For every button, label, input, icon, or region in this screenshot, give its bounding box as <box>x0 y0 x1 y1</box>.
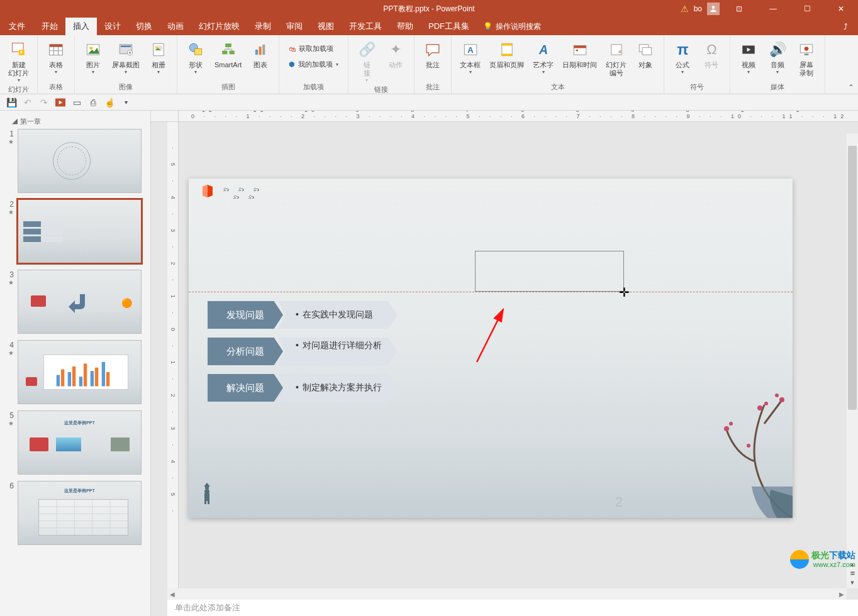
svg-point-81 <box>779 397 784 402</box>
start-from-beginning-button[interactable] <box>53 96 68 109</box>
slide-thumbnail-1[interactable]: 1★ <box>5 129 150 193</box>
slide-thumbnail-panel[interactable]: ◢ 第一章 1★ 2★ 3★ <box>0 111 151 616</box>
textbox-button[interactable]: A 文本框 ▾ <box>457 38 484 77</box>
bullet-icon: • <box>296 309 299 319</box>
chevron-down-icon: ▾ <box>542 69 545 75</box>
ruler-corner <box>151 111 179 122</box>
header-footer-button[interactable]: 页眉和页脚 <box>486 38 527 71</box>
notes-placeholder[interactable]: 单击此处添加备注 <box>167 600 858 616</box>
tab-record[interactable]: 录制 <box>247 18 279 35</box>
birds-decoration: 𐦐 𐦐 𐦐 𐦐 𐦐 <box>223 185 263 200</box>
ribbon-display-options-button[interactable]: ⊡ <box>725 0 754 18</box>
chevron-down-icon: ▾ <box>681 69 684 75</box>
smartart-step-2[interactable]: 分析问题 <box>208 338 283 365</box>
svg-rect-31 <box>263 45 265 55</box>
smartart-desc-3[interactable]: • 制定解决方案并执行 <box>296 382 382 393</box>
collapse-ribbon-button[interactable]: ⌃ <box>848 83 854 92</box>
share-button[interactable]: ⤴ <box>833 18 858 35</box>
svg-rect-57 <box>84 364 87 387</box>
new-slide-button[interactable]: ✦ 新建 幻灯片 ▾ <box>5 38 32 85</box>
qat-customize-button[interactable]: ▾ <box>118 96 133 109</box>
minimize-button[interactable]: — <box>759 0 788 18</box>
tab-design[interactable]: 设计 <box>97 18 128 35</box>
svg-rect-21 <box>194 48 201 55</box>
tab-file[interactable]: 文件 <box>0 18 34 35</box>
save-button[interactable]: 💾 <box>4 96 19 109</box>
svg-marker-72 <box>204 483 210 489</box>
comment-button[interactable]: 批注 <box>420 38 446 71</box>
link-icon: 🔗 <box>357 40 377 60</box>
table-button[interactable]: 表格 ▾ <box>43 38 69 77</box>
close-button[interactable]: ✕ <box>827 0 855 18</box>
smartart-button[interactable]: SmartArt <box>211 38 245 71</box>
maximize-button[interactable]: ☐ <box>793 0 822 18</box>
tell-me-search[interactable]: 💡 操作说明搜索 <box>477 18 547 35</box>
tab-review[interactable]: 审阅 <box>279 18 310 35</box>
chevron-down-icon: ▾ <box>55 69 57 75</box>
shapes-button[interactable]: 形状 ▾ <box>182 38 209 77</box>
slide-thumbnail-2[interactable]: 2★ <box>5 199 150 263</box>
horizontal-scrollbar[interactable]: ◀ ▶ <box>167 588 847 600</box>
group-label-text: 文本 <box>457 82 659 94</box>
vertical-ruler[interactable]: · 5 · 4 · 3 · 2 · 1 · 0 · 1 · 2 · 3 · 4 … <box>167 122 179 588</box>
tab-pdf-tools[interactable]: PDF工具集 <box>421 18 477 35</box>
photo-album-button[interactable]: 相册 ▾ <box>145 38 172 77</box>
section-header[interactable]: ◢ 第一章 <box>5 114 150 129</box>
scroll-right-button[interactable]: ▶ <box>837 591 847 598</box>
user-avatar-icon[interactable] <box>707 3 720 15</box>
slide-number-icon: # <box>606 40 627 60</box>
get-addins-button[interactable]: 🛍 获取加载项 <box>284 41 343 56</box>
slide-thumbnail-3[interactable]: 3★ 🟠 <box>5 270 150 334</box>
slide-thumbnail-4[interactable]: 4★ <box>5 340 150 404</box>
smartart-step-1[interactable]: 发现问题 <box>208 301 283 329</box>
tab-help[interactable]: 帮助 <box>389 18 421 35</box>
my-addins-button[interactable]: ⬢ 我的加载项 ▾ <box>284 57 343 72</box>
office-logo-icon <box>200 184 215 202</box>
picture-button[interactable]: 图片 ▾ <box>80 38 106 77</box>
tab-insert[interactable]: 插入 <box>65 18 97 35</box>
redo-button[interactable]: ↷ <box>36 96 52 109</box>
drawing-rectangle[interactable] <box>475 251 624 292</box>
scrollbar-thumb[interactable] <box>848 146 857 410</box>
scroll-left-button[interactable]: ◀ <box>167 591 177 598</box>
undo-button[interactable]: ↶ <box>20 96 35 109</box>
slide-thumbnail-5[interactable]: 5★ 这里是举例PPT <box>5 410 150 475</box>
equation-button[interactable]: π 公式 ▾ <box>669 38 696 77</box>
header-footer-icon <box>497 40 517 60</box>
screenshot-icon <box>116 40 136 60</box>
slide-editor: · 12 · · · 11 · · · 10 · · · 9 · · · · 8… <box>151 111 858 616</box>
screenshot-button[interactable]: 屏幕截图 ▾ <box>109 38 143 77</box>
smartart-desc-2[interactable]: • 对问题进行详细分析 <box>296 340 382 351</box>
smartart-step-3[interactable]: 解决问题 <box>208 374 283 402</box>
group-label-tables: 表格 <box>43 82 69 94</box>
datetime-button[interactable]: 日期和时间 <box>559 38 600 71</box>
video-button[interactable]: 视频 ▾ <box>735 38 762 77</box>
tab-slideshow[interactable]: 幻灯片放映 <box>191 18 247 35</box>
svg-rect-55 <box>72 366 75 387</box>
qat-button-5[interactable]: ▭ <box>69 96 84 109</box>
tab-view[interactable]: 视图 <box>310 18 342 35</box>
object-button[interactable]: 对象 <box>632 38 659 71</box>
slide-thumbnail-6[interactable]: 6 这里是举例PPT <box>5 481 150 545</box>
tab-transition[interactable]: 切换 <box>128 18 160 35</box>
tab-animation[interactable]: 动画 <box>160 18 191 35</box>
chart-button[interactable]: 图表 <box>247 38 274 71</box>
next-slide-button[interactable]: ▼ <box>850 580 855 586</box>
wordart-button[interactable]: A 艺术字 ▾ <box>530 38 557 77</box>
horizontal-ruler[interactable]: · 12 · · · 11 · · · 10 · · · 9 · · · · 8… <box>179 111 858 122</box>
touch-mouse-mode-button[interactable]: ☝ <box>102 96 117 109</box>
qat-button-6[interactable]: ⎙ <box>86 96 101 109</box>
tab-developer[interactable]: 开发工具 <box>342 18 389 35</box>
vertical-scrollbar[interactable]: ▲ 〓 ▼ <box>847 133 858 588</box>
audio-button[interactable]: 🔊 音频 ▾ <box>764 38 791 77</box>
smartart-desc-1[interactable]: • 在实践中发现问题 <box>296 309 373 321</box>
tab-home[interactable]: 开始 <box>34 18 65 35</box>
slide-canvas[interactable]: 𐦐 𐦐 𐦐 𐦐 𐦐 发现问题 • 在实践中发现问题 分析问题 • <box>189 179 793 518</box>
plum-branch-decoration <box>667 373 793 518</box>
svg-rect-58 <box>91 371 94 386</box>
chevron-down-icon: ▾ <box>18 77 20 83</box>
slide-number-button[interactable]: # 幻灯片 编号 <box>603 38 630 79</box>
link-button: 🔗 链 接 ▾ <box>354 38 380 85</box>
svg-rect-74 <box>204 493 209 501</box>
screen-record-button[interactable]: 屏幕 录制 <box>793 38 820 79</box>
